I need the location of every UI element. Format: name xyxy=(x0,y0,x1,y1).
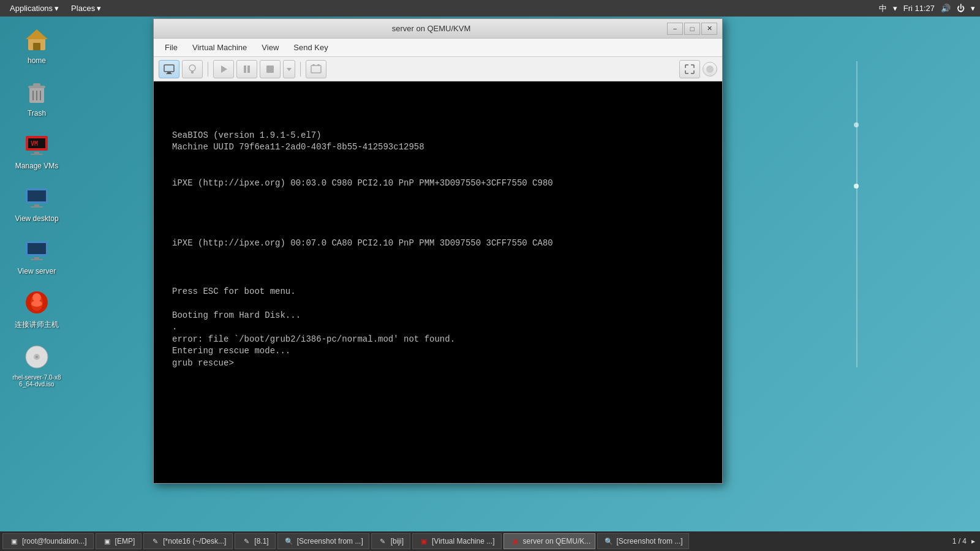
terminal-icon: ▣ xyxy=(9,536,19,546)
home-icon-img xyxy=(22,24,51,54)
trash-label: Trash xyxy=(28,109,46,118)
taskbar-screenshot2-label: [Screenshot from ...] xyxy=(617,537,683,545)
applications-arrow: ▾ xyxy=(55,4,59,13)
menu-virtual-machine[interactable]: Virtual Machine xyxy=(186,41,253,54)
places-arrow: ▾ xyxy=(97,4,101,13)
desktop-icons: home Trash VM xyxy=(12,24,61,388)
places-menu[interactable]: Places ▾ xyxy=(66,2,106,14)
desktop-icon-view-server[interactable]: View server xyxy=(12,235,61,276)
desktop-icon-home[interactable]: home xyxy=(12,24,61,65)
desktop-icon-rhel-iso[interactable]: rhel-server-7.0-x86_64-dvd.iso xyxy=(12,342,61,388)
manage-vms-icon-img: VM xyxy=(22,130,51,159)
term-prompt: grub rescue> xyxy=(172,358,704,370)
power-icon[interactable]: ⏻ xyxy=(957,4,965,13)
term-error: error: file `/boot/grub2/i386-pc/normal.… xyxy=(172,334,704,346)
menu-view[interactable]: View xyxy=(255,41,285,54)
vm-toolbar xyxy=(154,57,722,81)
svg-rect-29 xyxy=(164,65,174,72)
svg-rect-33 xyxy=(191,71,194,73)
desktop-icon-trash[interactable]: Trash xyxy=(12,77,61,118)
home-label: home xyxy=(28,56,46,65)
term-blank8 xyxy=(172,261,704,274)
term-esc: Press ESC for boot menu. xyxy=(172,286,704,298)
minimize-button[interactable]: − xyxy=(667,23,683,35)
applications-menu[interactable]: Applications ▾ xyxy=(5,2,64,14)
manage-vms-label: Manage VMs xyxy=(15,162,59,170)
svg-rect-12 xyxy=(34,152,39,154)
svg-rect-13 xyxy=(31,154,43,155)
connect-teacher-icon xyxy=(23,289,50,316)
lang-indicator[interactable]: 中 xyxy=(879,3,887,14)
svg-point-28 xyxy=(36,356,38,358)
svg-marker-38 xyxy=(287,68,292,71)
toolbar-stop-btn[interactable] xyxy=(260,60,281,78)
svg-rect-36 xyxy=(247,66,250,73)
term-blank5 xyxy=(172,214,704,226)
home-icon xyxy=(23,26,50,53)
svg-rect-17 xyxy=(31,206,43,208)
toolbar-play-btn[interactable] xyxy=(213,60,234,78)
term-line-2 xyxy=(172,106,704,118)
toolbar-fullscreen-btn[interactable] xyxy=(679,60,700,78)
svg-rect-16 xyxy=(34,204,39,206)
close-button[interactable]: ✕ xyxy=(701,23,717,35)
svg-rect-19 xyxy=(28,243,46,254)
svg-rect-41 xyxy=(317,64,320,66)
vm-screen[interactable]: SeaBIOS (version 1.9.1-5.el7) Machine UU… xyxy=(154,81,722,483)
term-line-1 xyxy=(172,94,704,106)
term-ipxe2: iPXE (http://ipxe.org) 00:07.0 CA80 PCI2… xyxy=(172,238,704,250)
menu-file[interactable]: File xyxy=(159,41,184,54)
deco-circle2 xyxy=(854,184,859,189)
view-desktop-icon xyxy=(23,184,50,211)
taskbar-biji[interactable]: ✎ [biji] xyxy=(371,533,410,549)
term-blank10 xyxy=(172,298,704,310)
taskbar-server-qemu[interactable]: ▣ server on QEMU/K... xyxy=(503,533,595,549)
toolbar-monitor-btn[interactable] xyxy=(159,60,179,78)
deco-circle1 xyxy=(854,122,859,127)
taskbar-81[interactable]: ✎ [8.1] xyxy=(235,533,275,549)
taskbar-screenshot[interactable]: 🔍 [Screenshot from ...] xyxy=(277,533,369,549)
taskbar-emp-label: [EMP] xyxy=(115,537,135,545)
svg-point-32 xyxy=(189,65,195,71)
view-desktop-icon-img xyxy=(22,182,51,212)
taskbar-virtual-machine[interactable]: ▣ [Virtual Machine ...] xyxy=(412,533,502,549)
svg-rect-40 xyxy=(312,64,315,66)
view-server-icon xyxy=(23,236,50,263)
toolbar-sep1 xyxy=(208,62,208,77)
toolbar-circle-btn[interactable] xyxy=(703,62,717,77)
taskbar-note16[interactable]: ✎ [*note16 (~/Desk...] xyxy=(143,533,233,549)
menu-send-key[interactable]: Send Key xyxy=(287,41,334,54)
toolbar-dropdown-btn[interactable] xyxy=(283,60,295,78)
term-rescue-mode: Entering rescue mode... xyxy=(172,345,704,358)
desktop-icon-view-desktop[interactable]: View desktop xyxy=(12,182,61,223)
emp-icon: ▣ xyxy=(102,536,112,546)
taskbar-terminal[interactable]: ▣ [root@foundation...] xyxy=(2,533,94,549)
svg-rect-37 xyxy=(266,66,274,73)
biji-icon: ✎ xyxy=(378,536,388,546)
taskbar-screenshot2[interactable]: 🔍 [Screenshot from ...] xyxy=(597,533,689,549)
desktop-icon-manage-vms[interactable]: VM Manage VMs xyxy=(12,130,61,170)
connect-teacher-icon-img xyxy=(22,288,51,317)
trash-icon-img xyxy=(22,77,51,107)
taskbar-emp[interactable]: ▣ [EMP] xyxy=(96,533,142,549)
svg-marker-1 xyxy=(26,29,48,39)
desktop-icon-connect-teacher[interactable]: 连接讲师主机 xyxy=(12,288,61,330)
svg-rect-2 xyxy=(33,43,40,50)
svg-rect-31 xyxy=(166,73,172,74)
term-booting: Booting from Hard Disk... xyxy=(172,310,704,322)
taskbar-vm-label: [Virtual Machine ...] xyxy=(432,537,495,545)
svg-rect-20 xyxy=(34,257,39,259)
toolbar-screenshot-btn[interactable] xyxy=(306,60,326,78)
toolbar-pause-btn[interactable] xyxy=(236,60,257,78)
topbar: Applications ▾ Places ▾ 中 ▾ Fri 11:27 🔊 … xyxy=(0,0,980,17)
vm-icon: ▣ xyxy=(419,536,429,546)
terminal-output: SeaBIOS (version 1.9.1-5.el7) Machine UU… xyxy=(172,94,704,370)
deco-line xyxy=(856,61,858,367)
toolbar-lightbulb-btn[interactable] xyxy=(182,60,203,78)
svg-marker-34 xyxy=(221,66,227,73)
volume-icon[interactable]: 🔊 xyxy=(941,4,951,13)
taskbar-server-qemu-label: server on QEMU/K... xyxy=(523,537,591,545)
maximize-button[interactable]: □ xyxy=(684,23,700,35)
pager-arrow[interactable]: ▸ xyxy=(971,537,975,545)
screenshot2-icon: 🔍 xyxy=(604,536,614,546)
